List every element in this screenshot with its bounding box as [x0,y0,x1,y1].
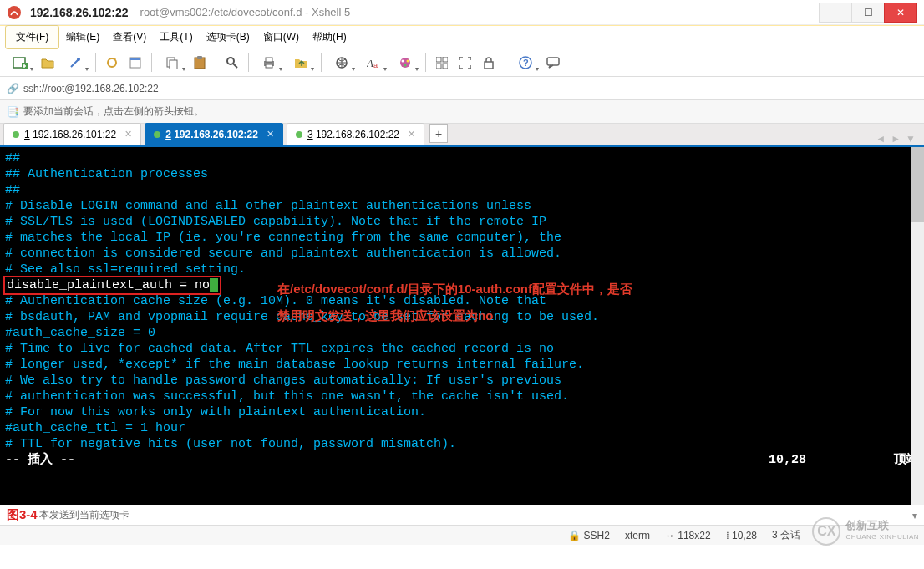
terminal-scrollbar[interactable] [911,147,924,505]
close-button[interactable]: ✕ [884,3,917,23]
session-tab-3[interactable]: 3 192.168.26.102:22 ✕ [287,123,424,145]
tab-list-icon[interactable]: ▼ [906,133,916,145]
svg-point-0 [8,6,21,19]
status-dot-icon [154,131,160,138]
window-ip: 192.168.26.102:22 [30,6,129,19]
properties-button[interactable] [124,52,146,74]
menu-view[interactable]: 查看(V) [106,28,153,47]
close-tab-icon[interactable]: ✕ [267,129,274,140]
color-scheme-button[interactable] [390,52,420,74]
menu-tabs[interactable]: 选项卡(B) [200,28,256,47]
open-button[interactable] [37,52,58,74]
new-session-button[interactable] [5,52,35,74]
term-line: # authentication was successful, but thi… [5,389,919,404]
term-line: # Time to live for cached data. After TT… [5,341,919,357]
size-icon: ↔ [665,530,675,541]
tile-button[interactable] [431,52,453,74]
svg-rect-24 [436,64,441,69]
compose-bar: 图3-4 本发送到当前选项卡 ▾ [0,505,924,525]
svg-rect-23 [443,57,448,62]
menu-window[interactable]: 窗口(W) [256,28,306,47]
compose-hint[interactable]: 本发送到当前选项卡 [39,508,129,522]
status-dot-icon [13,131,19,138]
svg-point-3 [77,58,80,61]
window-title-path: root@vms002:/etc/dovecot/conf.d - Xshell… [140,6,351,18]
svg-text:a: a [373,61,378,69]
menu-bar: 文件(F) 编辑(E) 查看(V) 工具(T) 选项卡(B) 窗口(W) 帮助(… [0,25,924,48]
annotation-text: 禁用明文发送，这里我们应该设置为no [277,307,493,323]
svg-rect-22 [436,57,441,62]
svg-point-4 [108,58,116,67]
paste-button[interactable] [189,52,211,74]
menu-help[interactable]: 帮助(H) [306,28,353,47]
svg-rect-8 [170,60,177,69]
term-line: # We also try to handle password changes… [5,373,919,389]
menu-edit[interactable]: 编辑(E) [59,28,106,47]
svg-point-11 [227,58,234,64]
term-line: # connection is considered secure and pl… [5,246,919,262]
svg-rect-26 [485,62,493,69]
menu-tools[interactable]: 工具(T) [153,28,199,47]
term-line: # SSL/TLS is used (LOGINDISABLED capabil… [5,214,919,230]
session-tab-1[interactable]: 1 192.168.26.101:22 ✕ [3,123,141,145]
watermark: CX 创新互联 CHUANG XINHULIAN [812,517,919,546]
address-url[interactable]: ssh://root@192.168.26.102:22 [23,83,919,94]
info-text: 要添加当前会话，点击左侧的箭头按钮。 [23,104,204,119]
bookmark-icon[interactable]: 📑 [5,106,20,118]
feedback-button[interactable] [542,52,564,74]
svg-text:?: ? [523,58,529,68]
tab-prev-icon[interactable]: ◄ [876,133,886,145]
close-tab-icon[interactable]: ✕ [408,129,415,140]
add-tab-button[interactable]: + [429,124,448,143]
term-line: # matches the local IP (ie. you're conne… [5,230,919,246]
app-logo-icon [7,5,22,20]
file-transfer-button[interactable] [286,52,316,74]
status-bar: 🔒 SSH2 xterm ↔ 118x22 ⁞ 10,28 3 会话 [0,525,924,545]
toolbar: Aa ? [0,48,924,77]
status-sessions: 3 会话 [772,528,800,542]
term-line: # longer used, *except* if the main data… [5,357,919,373]
session-tab-2[interactable]: 2 192.168.26.102:22 ✕ [145,123,283,145]
tab-next-icon[interactable]: ► [891,133,901,145]
copy-button[interactable] [157,52,187,74]
minimize-button[interactable]: — [819,3,852,23]
svg-rect-14 [266,64,272,68]
status-ssh: 🔒 SSH2 [568,530,610,541]
find-button[interactable] [221,52,243,74]
term-line: # TTL for negative hits (user not found,… [5,436,919,452]
watermark-logo-icon: CX [812,517,840,546]
cursor [210,278,218,292]
maximize-button[interactable]: ☐ [851,3,885,23]
fullscreen-button[interactable] [454,52,476,74]
scrollbar-thumb[interactable] [911,147,924,222]
lock-button[interactable] [478,52,500,74]
svg-rect-10 [197,56,202,59]
help-button[interactable]: ? [510,52,541,74]
link-icon[interactable]: 🔗 [5,83,20,94]
figure-label: 图3-4 [7,507,38,523]
address-bar: 🔗 ssh://root@192.168.26.102:22 [0,77,924,100]
reconnect-button[interactable] [101,52,123,74]
status-dot-icon [296,131,302,138]
print-button[interactable] [254,52,284,74]
svg-rect-6 [130,58,140,60]
menu-file[interactable]: 文件(F) [9,28,55,47]
term-line: ## [5,182,919,198]
ssh-icon: 🔒 [568,530,581,541]
font-button[interactable]: Aa [358,52,388,74]
svg-rect-25 [443,64,448,69]
terminal[interactable]: ## ## Authentication processes ## # Disa… [0,147,924,505]
tab-nav: ◄ ► ▼ [876,133,921,145]
svg-point-19 [402,59,404,62]
language-button[interactable] [327,52,357,74]
connect-button[interactable] [60,52,90,74]
tab-bar: 1 192.168.26.101:22 ✕ 2 192.168.26.102:2… [0,124,924,147]
info-bar: 📑 要添加当前会话，点击左侧的箭头按钮。 [0,100,924,124]
svg-point-21 [404,64,407,66]
term-line: # See also ssl=required setting. [5,262,919,277]
svg-rect-13 [266,58,272,62]
status-term: xterm [625,530,650,541]
status-size: ↔ 118x22 [665,530,711,541]
close-tab-icon[interactable]: ✕ [124,129,132,140]
status-cursor: ⁞ 10,28 [726,530,757,541]
